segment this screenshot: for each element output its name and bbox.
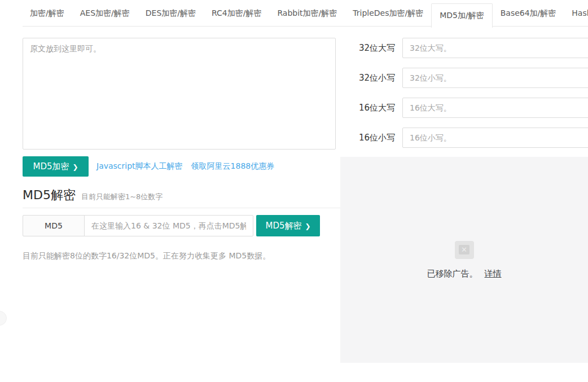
removed-ad-text: 已移除广告。	[427, 269, 478, 279]
md5-encrypt-button[interactable]: MD5加密 ❯	[23, 156, 89, 177]
md5-tool-page: 加密/解密 AES加密/解密 DES加密/解密 RC4加密/解密 Rabbit加…	[0, 0, 588, 382]
tab-tripledes[interactable]: TripleDes加密/解密	[345, 0, 431, 27]
decrypt-subtitle: 目前只能解密1~8位数字	[81, 192, 163, 202]
label-16-lower: 16位小写	[350, 128, 395, 148]
result-32-upper-input[interactable]	[402, 38, 588, 58]
ad-details-link[interactable]: 详情	[485, 269, 502, 279]
plaintext-input[interactable]	[23, 38, 336, 150]
tab-bar: 加密/解密 AES加密/解密 DES加密/解密 RC4加密/解密 Rabbit加…	[0, 0, 588, 27]
decrypt-section-header: MD5解密 目前只能解密1~8位数字	[23, 187, 163, 204]
side-float-button[interactable]	[0, 311, 7, 326]
result-32-lower-input[interactable]	[402, 68, 588, 88]
tab-base64[interactable]: Base64加/解密	[493, 0, 564, 27]
md5-hash-input[interactable]	[84, 215, 253, 236]
label-32-upper: 32位大写	[350, 38, 395, 58]
tab-rabbit[interactable]: Rabbit加密/解密	[269, 0, 345, 27]
result-16-lower-input[interactable]	[402, 128, 588, 148]
chevron-right-icon: ❯	[305, 223, 310, 230]
md5-encrypt-button-label: MD5加密	[33, 161, 69, 172]
section-divider	[23, 208, 340, 208]
tab-aes[interactable]: AES加密/解密	[72, 0, 138, 27]
decrypt-note: 目前只能解密8位的数字16/32位MD5。正在努力收集更多 MD5数据。	[23, 251, 270, 261]
tab-des[interactable]: DES加密/解密	[138, 0, 204, 27]
decrypt-title: MD5解密	[23, 187, 76, 204]
tab-rc4[interactable]: RC4加密/解密	[204, 0, 269, 27]
tab-md5-active[interactable]: MD5加/解密	[431, 3, 492, 28]
js-manual-decrypt-link[interactable]: Javascript脚本人工解密	[96, 161, 183, 172]
chevron-right-icon: ❯	[72, 164, 78, 170]
removed-ad-panel: ✕ 已移除广告。 详情	[340, 157, 588, 363]
removed-ad-text-row: 已移除广告。 详情	[427, 269, 502, 279]
md5-decrypt-button[interactable]: MD5解密 ❯	[256, 215, 320, 236]
label-32-lower: 32位小写	[350, 68, 395, 88]
md5-decrypt-input-group: MD5 MD5解密 ❯	[23, 215, 320, 236]
aliyun-coupon-link[interactable]: 领取阿里云1888优惠券	[191, 161, 275, 172]
promo-links: Javascript脚本人工解密 领取阿里云1888优惠券	[96, 161, 274, 172]
result-16-upper-input[interactable]	[402, 98, 588, 118]
close-icon: ✕	[459, 245, 469, 254]
image-placeholder-icon: ✕	[455, 241, 474, 259]
md5-addon-label: MD5	[23, 215, 85, 236]
tab-hash[interactable]: Hash	[564, 0, 588, 27]
label-16-upper: 16位大写	[350, 98, 395, 118]
tab-encrypt-decrypt[interactable]: 加密/解密	[22, 0, 72, 27]
md5-decrypt-button-label: MD5解密	[265, 221, 301, 231]
